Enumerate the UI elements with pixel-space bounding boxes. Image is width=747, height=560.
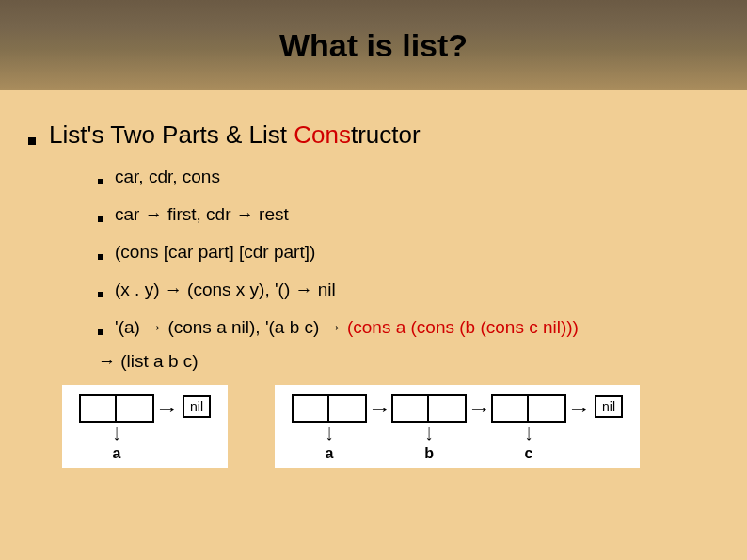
cons-cell: ↓ b <box>391 394 467 462</box>
cons-pair <box>292 394 367 423</box>
cdr-cell <box>429 394 467 423</box>
slide-title: What is list? <box>279 27 468 64</box>
cons-diagram-single: ↓ a → nil <box>62 385 228 468</box>
slide-content: List's Two Parts & List Constructor car,… <box>0 90 747 468</box>
car-cell <box>491 394 529 423</box>
right-arrow-icon: → <box>367 400 390 420</box>
list-item: '(a) → (cons a nil), '(a b c) → (cons a … <box>98 317 719 338</box>
down-arrow-icon: ↓ <box>425 421 434 444</box>
down-arrow-icon: ↓ <box>525 421 533 444</box>
bullet-text: car → first, cdr → rest <box>115 204 289 225</box>
nil-box: nil <box>595 395 623 418</box>
continuation-line: → (list a b c) <box>98 351 719 372</box>
list-item: car, cdr, cons <box>98 167 719 187</box>
cell-label: c <box>525 445 533 462</box>
heading-bullet: List's Two Parts & List Constructor <box>28 120 719 150</box>
cdr-cell <box>329 394 367 423</box>
cdr-cell <box>117 394 154 423</box>
bullet-text: '(a) → (cons a nil), '(a b c) → (cons a … <box>115 317 579 338</box>
cell-label: b <box>424 445 434 462</box>
cdr-cell <box>529 394 566 423</box>
bullet-icon <box>98 254 103 260</box>
cell-label: a <box>326 445 334 462</box>
cell-label: a <box>113 445 121 462</box>
list-item: (x . y) → (cons x y), '() → nil <box>98 280 719 300</box>
heading-text: List's Two Parts & List Constructor <box>49 120 421 150</box>
right-arrow-icon: → <box>467 400 490 420</box>
cons-cell: ↓ c <box>491 394 566 462</box>
cons-pair <box>491 394 566 423</box>
bullet5-red: (cons a (cons (b (cons c nil))) <box>347 317 579 337</box>
cons-cell: ↓ a <box>292 394 367 462</box>
cons-pair <box>79 394 154 423</box>
bullet-text: car, cdr, cons <box>115 167 220 187</box>
right-arrow-icon: → <box>566 400 590 420</box>
cons-pair <box>391 394 467 423</box>
nil-box: nil <box>183 395 211 418</box>
down-arrow-icon: ↓ <box>326 421 334 444</box>
right-arrow-icon: → <box>154 400 178 420</box>
sub-bullet-list: car, cdr, cons car → first, cdr → rest (… <box>98 167 719 338</box>
list-item: (cons [car part] [cdr part]) <box>98 242 719 263</box>
cons-diagram-triple: ↓ a → ↓ b → ↓ c → nil <box>275 385 640 468</box>
car-cell <box>391 394 429 423</box>
heading-red: Cons <box>294 120 351 149</box>
bullet-icon <box>98 179 103 184</box>
bullet-icon <box>98 216 103 222</box>
bullet5-plain: '(a) → (cons a nil), '(a b c) → <box>115 317 347 337</box>
bullet-text: (x . y) → (cons x y), '() → nil <box>115 280 336 300</box>
heading-part2: tructor <box>351 120 421 149</box>
list-item: car → first, cdr → rest <box>98 204 719 225</box>
car-cell <box>292 394 329 423</box>
bullet-text: (cons [car part] [cdr part]) <box>115 242 315 263</box>
cons-cell: ↓ a <box>79 394 154 462</box>
down-arrow-icon: ↓ <box>113 421 121 444</box>
car-cell <box>79 394 117 423</box>
title-bar: What is list? <box>0 0 747 90</box>
bullet-icon <box>98 292 103 297</box>
bullet-icon <box>98 329 103 335</box>
diagram-row: ↓ a → nil ↓ a → ↓ b <box>62 385 719 468</box>
heading-part1: List's Two Parts & List <box>49 120 294 149</box>
bullet-icon <box>28 137 36 145</box>
